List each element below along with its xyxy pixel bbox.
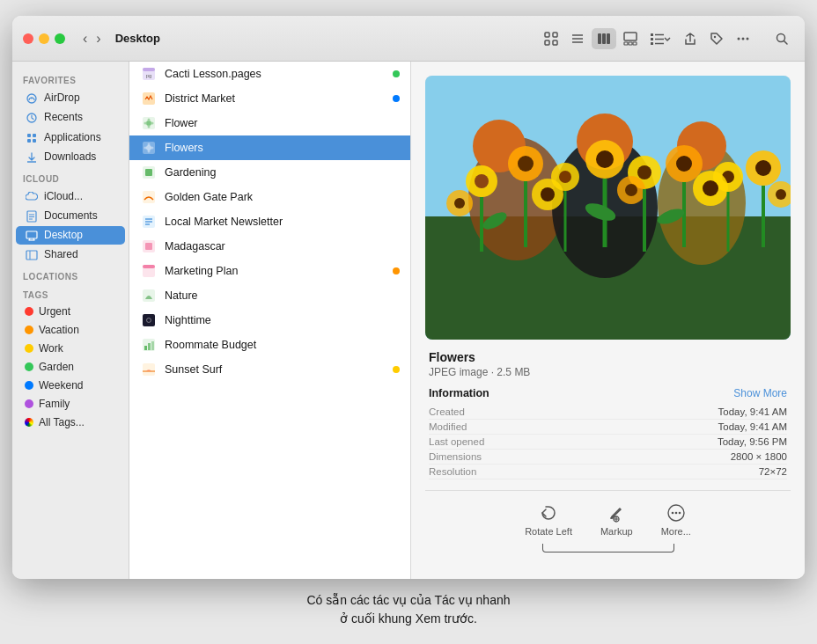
file-item-marketing[interactable]: Marketing Plan <box>129 259 410 283</box>
info-label-resolution: Resolution <box>429 466 476 477</box>
file-district-name: District Market <box>165 92 386 105</box>
back-button[interactable]: ‹ <box>79 30 91 48</box>
maximize-button[interactable] <box>55 33 65 44</box>
more-actions-icon <box>666 501 686 523</box>
sidebar-item-icloud[interactable]: iCloud... <box>16 187 125 205</box>
rotate-left-button[interactable]: Rotate Left <box>525 501 572 537</box>
sidebar-section-icloud: iCloud <box>12 167 129 186</box>
minimize-button[interactable] <box>39 33 49 44</box>
sidebar-item-downloads[interactable]: Downloads <box>16 148 125 167</box>
show-more-link[interactable]: Show More <box>733 387 787 399</box>
file-item-roommate[interactable]: Roommate Budget <box>129 333 410 357</box>
file-item-golden-gate[interactable]: Golden Gate Park <box>129 185 410 209</box>
file-item-nature[interactable]: Nature <box>129 283 410 308</box>
svg-point-110 <box>703 180 718 196</box>
more-button[interactable] <box>731 28 755 49</box>
sidebar: Favorites AirDrop Recents <box>12 62 129 579</box>
desktop-icon <box>25 229 39 242</box>
sidebar-item-tag-vacation-label: Vacation <box>39 324 79 336</box>
svg-point-58 <box>148 150 151 153</box>
svg-rect-77 <box>151 341 154 350</box>
close-button[interactable] <box>23 33 33 44</box>
sidebar-item-tag-all-label: All Tags... <box>39 416 85 428</box>
sidebar-item-tag-urgent[interactable]: Urgent <box>16 303 125 320</box>
svg-rect-30 <box>33 134 36 137</box>
svg-point-90 <box>518 156 534 172</box>
file-item-cacti[interactable]: pg Cacti Lesson.pages <box>129 62 410 86</box>
more-actions-label: More... <box>661 526 691 537</box>
svg-rect-11 <box>624 42 628 45</box>
svg-rect-38 <box>26 231 37 238</box>
sidebar-item-documents[interactable]: Documents <box>16 206 125 225</box>
share-button[interactable] <box>678 28 703 49</box>
file-nature-name: Nature <box>165 289 400 302</box>
more-actions-button[interactable]: More... <box>661 501 691 537</box>
view-grid-button[interactable] <box>539 28 563 49</box>
svg-rect-15 <box>651 38 653 40</box>
svg-line-25 <box>784 40 788 44</box>
markup-button[interactable]: Markup <box>600 501 633 537</box>
tag-urgent-dot <box>25 307 33 316</box>
tag-button[interactable] <box>704 28 729 49</box>
sidebar-item-tag-weekend-label: Weekend <box>39 379 83 392</box>
svg-point-53 <box>144 122 147 125</box>
file-nature-icon <box>140 288 158 304</box>
view-column-button[interactable] <box>592 28 616 49</box>
svg-point-88 <box>475 174 489 188</box>
svg-point-22 <box>742 37 745 40</box>
file-flower-icon <box>140 115 158 132</box>
sidebar-item-downloads-label: Downloads <box>44 150 96 163</box>
sidebar-item-tag-work-label: Work <box>39 342 63 355</box>
sidebar-item-desktop[interactable]: Desktop <box>16 226 125 245</box>
file-sunset-name: Sunset Surf <box>165 363 386 376</box>
toolbar-title: Desktop <box>115 32 160 45</box>
sidebar-item-tag-vacation[interactable]: Vacation <box>16 321 125 339</box>
sidebar-item-recents[interactable]: Recents <box>16 108 125 128</box>
forward-button[interactable]: › <box>92 30 104 48</box>
view-gallery-button[interactable] <box>618 28 643 49</box>
view-list-button[interactable] <box>565 28 590 49</box>
svg-rect-32 <box>33 139 36 143</box>
svg-point-127 <box>674 511 677 514</box>
file-item-district[interactable]: District Market <box>129 86 410 111</box>
sidebar-item-airdrop[interactable]: AirDrop <box>16 88 125 107</box>
file-item-gardening[interactable]: Gardening <box>129 160 410 185</box>
file-item-sunset[interactable]: Sunset Surf <box>129 357 410 382</box>
file-item-nighttime[interactable]: Nighttime <box>129 308 410 333</box>
svg-rect-61 <box>145 169 152 176</box>
info-section-header: Information Show More <box>429 387 787 399</box>
group-button[interactable] <box>644 28 676 49</box>
svg-rect-10 <box>624 33 637 40</box>
sidebar-item-tag-family[interactable]: Family <box>16 395 125 413</box>
sidebar-item-tag-weekend[interactable]: Weekend <box>16 377 125 394</box>
sidebar-item-tag-all[interactable]: All Tags... <box>16 413 125 431</box>
file-item-flower[interactable]: Flower <box>129 111 410 135</box>
sidebar-item-tag-work[interactable]: Work <box>16 340 125 357</box>
rotate-left-label: Rotate Left <box>525 526 572 537</box>
sidebar-item-tag-garden[interactable]: Garden <box>16 358 125 376</box>
info-value-resolution: 72×72 <box>759 466 787 477</box>
svg-rect-70 <box>143 265 155 268</box>
svg-rect-3 <box>553 40 557 45</box>
search-button[interactable] <box>769 28 794 49</box>
file-item-local-market[interactable]: Local Market Newsletter <box>129 209 410 234</box>
sidebar-section-tags: Tags <box>12 283 129 302</box>
file-item-madagascar[interactable]: Madagascar <box>129 234 410 259</box>
file-sunset-icon <box>140 362 158 378</box>
svg-rect-2 <box>545 40 549 45</box>
svg-point-92 <box>559 171 571 183</box>
svg-rect-72 <box>143 314 155 326</box>
file-sunset-indicator <box>393 366 400 373</box>
file-item-flowers[interactable]: Flowers <box>129 135 410 160</box>
svg-point-126 <box>671 511 673 514</box>
tag-all-dot <box>25 418 33 427</box>
sidebar-item-shared[interactable]: Shared <box>16 245 125 264</box>
main-content: Favorites AirDrop Recents <box>12 62 805 579</box>
action-bar: Rotate Left Markup <box>425 490 791 540</box>
sidebar-item-recents-label: Recents <box>44 111 83 123</box>
sidebar-item-applications[interactable]: Applications <box>16 128 125 147</box>
svg-rect-13 <box>633 42 637 45</box>
file-flowers-icon <box>140 140 158 157</box>
svg-rect-42 <box>26 251 37 260</box>
info-value-modified: Today, 9:41 AM <box>718 421 787 432</box>
